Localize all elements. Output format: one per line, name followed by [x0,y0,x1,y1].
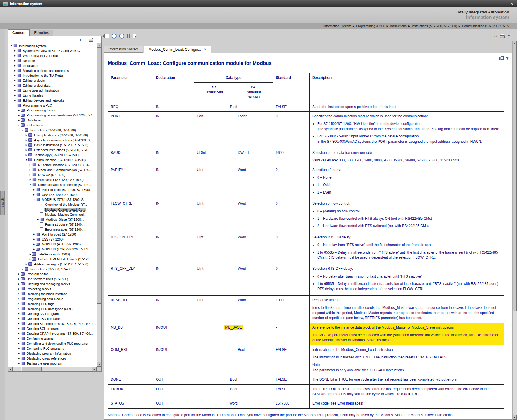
tree-item[interactable]: ▼Instructions (S7-1200, S7-1500) [8,128,96,133]
tree-item[interactable]: ▶Add-on packages (S7-1200, S7-1500) [8,262,96,266]
tree-item[interactable]: ▶Compiling and downloading PLC programs [8,341,96,346]
tree-item[interactable]: ▶Displaying program information [8,351,96,356]
scroll-down-button[interactable]: ▼ [97,362,101,367]
tree-vertical-scrollbar[interactable]: ▲ ▼ [97,43,101,367]
expander-closed-icon[interactable]: ▶ [13,63,17,68]
tree-item[interactable]: ▶Installation [8,63,96,68]
expander-closed-icon[interactable]: ▶ [13,73,17,78]
expander-closed-icon[interactable]: ▶ [13,53,17,58]
tab-modbus-comm-load[interactable]: Modbus_Comm_Load: Configur... × [144,46,211,53]
tree-item[interactable]: ▶Protecting blocks [8,286,96,291]
tree-item[interactable]: ▶USS (S7-1200, S7-1500) [8,192,96,197]
tree-item[interactable]: ▶Editing devices and networks [8,98,96,103]
tree-item[interactable]: ▶Introduction to the TIA Portal [8,73,96,78]
back-icon[interactable]: ‹ [112,34,117,39]
tree-item[interactable]: ▶Point-to-point (S7-1200, S7-1500) [8,187,96,192]
expander-closed-icon[interactable]: ▶ [17,281,20,286]
tree-horizontal-scrollbar[interactable]: ◄ ► [8,367,97,371]
tree-item[interactable]: ▶Programming basics [8,108,96,113]
expander-open-icon[interactable]: ▼ [21,128,24,133]
expander-closed-icon[interactable]: ▶ [17,316,20,321]
scroll-down-button[interactable]: ▼ [513,415,517,420]
expander-closed-icon[interactable]: ▶ [17,301,20,306]
expander-closed-icon[interactable]: ▶ [21,266,24,271]
topic-vertical-scrollbar[interactable]: ▲ ▼ [512,41,517,420]
tab-favorites[interactable]: Favorites [30,30,53,36]
tree-item[interactable]: ▶What's new in TIA Portal [8,53,96,58]
tree-item[interactable]: Modbus_Master: Communi... [8,212,96,217]
help-icon[interactable]: ? [508,34,510,38]
tree-item[interactable]: ▶Creating and managing blocks [8,281,96,286]
tree-item[interactable]: Error messages (S7-1200, ... [8,227,96,232]
tree-item[interactable]: ▼Programming a PLC [8,103,96,108]
tree-item[interactable]: ▶Program editor [8,271,96,276]
tab-content[interactable]: Content [8,29,30,36]
breadcrumb[interactable]: Information System ► Programming a PLC ►… [0,23,517,29]
tree-item[interactable]: ▶Programming data blocks [8,296,96,301]
print-page-icon[interactable] [500,34,505,38]
tree-item[interactable]: ▶Open User Communication (S7-120... [8,167,96,172]
expander-closed-icon[interactable]: ▶ [32,237,36,242]
tree-item[interactable]: ▶Failsafe HMI Mobile Panels (S7-120... [8,257,96,262]
expander-closed-icon[interactable]: ▶ [17,291,20,296]
expander-closed-icon[interactable]: ▶ [29,172,32,177]
expander-closed-icon[interactable]: ▶ [17,276,20,281]
expander-open-icon[interactable]: ▼ [29,182,32,187]
expander-closed-icon[interactable]: ▶ [25,142,28,147]
tree-item[interactable]: Modbus_Comm_Load: Co... [8,207,96,212]
tree-item[interactable]: ▼Instructions [8,123,96,128]
expander-closed-icon[interactable]: ▶ [17,356,20,361]
expander-closed-icon[interactable]: ▶ [17,306,20,311]
expander-closed-icon[interactable]: ▶ [17,351,20,356]
expander-closed-icon[interactable]: ▶ [29,257,32,262]
tree-item[interactable]: ▶Using user administration [8,88,96,93]
tree-item[interactable]: ▶Declaring PLC data types (UDT) [8,306,96,311]
expander-closed-icon[interactable]: ▶ [29,167,32,172]
expander-closed-icon[interactable]: ▶ [17,311,20,316]
expander-closed-icon[interactable]: ▶ [36,217,39,222]
expander-closed-icon[interactable]: ▶ [25,152,28,157]
scroll-up-button[interactable]: ▲ [97,43,101,48]
tree-scroll-thumb[interactable] [97,48,101,304]
expander-closed-icon[interactable]: ▶ [25,262,28,266]
topic-scroll-thumb[interactable] [513,46,517,311]
expander-closed-icon[interactable]: ▶ [17,366,20,366]
expander-open-icon[interactable]: ▼ [25,157,28,162]
expander-open-icon[interactable]: ▼ [13,103,17,108]
tree-item[interactable]: ▶Using libraries [8,93,96,98]
search-panel-tab[interactable]: Search [0,191,5,215]
tree-item[interactable]: ▶Point-to-point (S7-1200) [8,232,96,237]
tree-item[interactable]: ▶Configuring alarms [8,336,96,341]
tree-item[interactable]: ▶Example libraries (S7-1200, S7-1500) [8,133,96,137]
expander-closed-icon[interactable]: ▶ [25,137,28,142]
tree-item[interactable]: Overview of the Modbus RT... [8,202,96,207]
tree-item[interactable]: ▶Creating FBD programs [8,316,96,321]
expander-open-icon[interactable]: ▼ [32,197,36,202]
close-button[interactable]: ✕ [510,0,513,7]
expander-closed-icon[interactable]: ▶ [17,341,20,346]
maximize-button[interactable]: □ [504,0,506,7]
error-messages-link[interactable]: Error messages [337,401,362,405]
scroll-left-button[interactable]: ◄ [8,367,13,371]
expander-closed-icon[interactable]: ▶ [13,88,17,93]
tree-item[interactable]: ▶Editing projects [8,78,96,83]
tree-item[interactable]: ▶Creating STL programs (S7-300, S7-400, … [8,321,96,326]
expander-closed-icon[interactable]: ▶ [17,361,20,366]
inline-help-icon[interactable]: ? [506,56,509,61]
expander-closed-icon[interactable]: ▶ [13,48,17,53]
expander-closed-icon[interactable]: ▶ [17,321,20,326]
expander-closed-icon[interactable]: ▶ [29,177,32,182]
tab-information-system[interactable]: Information System [104,46,143,53]
minimize-button[interactable]: – [498,0,500,7]
tree-item[interactable]: ▶Supervision of machinery and plants wit… [8,366,96,366]
home-icon[interactable]: ⌂ [494,34,497,38]
expander-closed-icon[interactable]: ▶ [29,252,32,257]
expander-closed-icon[interactable]: ▶ [32,192,36,197]
pause-icon[interactable] [127,34,130,39]
tree-item[interactable]: ▶USS (S7-1200) [8,237,96,242]
tree-item[interactable]: ▶Asynchronous instructions (S7-1200, S..… [8,137,96,142]
expander-closed-icon[interactable]: ▶ [17,286,20,291]
tree-item[interactable]: ▶System overview of STEP 7 and WinCC [8,48,96,53]
print-icon[interactable] [89,38,93,42]
expander-closed-icon[interactable]: ▶ [17,113,20,118]
